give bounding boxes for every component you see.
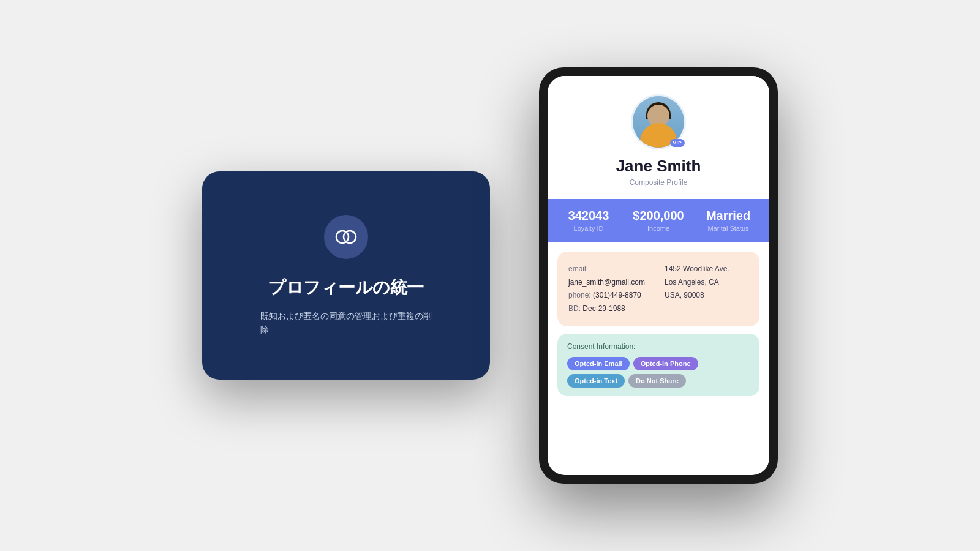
contact-right-col: 1452 Woodlike Ave. Los Angeles, CA USA, … [665, 263, 748, 315]
vip-badge: VIP [670, 139, 685, 147]
svg-point-1 [344, 231, 356, 243]
stats-bar: 342043 Loyalty ID $200,000 Income Marrie… [548, 199, 769, 242]
address3: USA, 90008 [665, 289, 748, 302]
consent-tag-email[interactable]: Opted-in Email [567, 357, 630, 370]
email-value: jane_smith@gmail.com [568, 278, 645, 287]
consent-title: Consent Information: [567, 342, 750, 351]
svg-point-0 [336, 231, 349, 243]
profile-subtitle: Composite Profile [630, 178, 688, 187]
consent-tag-do-not-share[interactable]: Do Not Share [628, 374, 686, 388]
phone-label: phone: [568, 291, 591, 299]
consent-tags: Opted-in Email Opted-in Phone Opted-in T… [567, 357, 750, 388]
stat-loyalty-value: 342043 [568, 209, 609, 223]
contact-info-section: email: jane_smith@gmail.com phone: (301)… [557, 252, 760, 326]
consent-tag-text[interactable]: Opted-in Text [567, 374, 625, 388]
avatar-container: VIP [631, 94, 686, 149]
bd-value: Dec-29-1988 [582, 304, 625, 313]
main-scene: プロフィールの統一 既知および匿名の同意の管理および重複の削除 VIP J [0, 0, 980, 551]
profile-name: Jane Smith [616, 157, 701, 176]
phone-value: (301)449-8870 [593, 291, 641, 299]
stat-income: $200,000 Income [624, 209, 693, 232]
icon-circle [324, 215, 368, 259]
right-device-inner: VIP Jane Smith Composite Profile 342043 … [548, 76, 769, 475]
stat-marital-status: Married Marital Status [693, 209, 763, 232]
address2: Los Angeles, CA [665, 276, 748, 290]
bd-row: BD: Dec-29-1988 [568, 302, 652, 316]
email-row: email: jane_smith@gmail.com [568, 263, 652, 289]
right-device: VIP Jane Smith Composite Profile 342043 … [539, 67, 778, 484]
stat-marital-value: Married [706, 209, 750, 223]
stat-loyalty-id: 342043 Loyalty ID [554, 209, 624, 232]
contact-left-col: email: jane_smith@gmail.com phone: (301)… [568, 263, 652, 315]
stat-income-label: Income [647, 225, 669, 232]
left-card-subtitle: 既知および匿名の同意の管理および重複の削除 [260, 309, 432, 337]
stat-loyalty-label: Loyalty ID [574, 225, 604, 232]
profile-header: VIP Jane Smith Composite Profile [548, 76, 769, 199]
stat-marital-label: Marital Status [707, 225, 748, 232]
left-device-card: プロフィールの統一 既知および匿名の同意の管理および重複の削除 [202, 171, 490, 380]
merge-icon [334, 225, 358, 249]
phone-row: phone: (301)449-8870 [568, 289, 652, 302]
contact-info-row: email: jane_smith@gmail.com phone: (301)… [568, 263, 748, 315]
consent-section: Consent Information: Opted-in Email Opte… [557, 334, 760, 396]
consent-tag-phone[interactable]: Opted-in Phone [633, 357, 698, 370]
address1: 1452 Woodlike Ave. [665, 263, 748, 276]
stat-income-value: $200,000 [633, 209, 684, 223]
left-card-title: プロフィールの統一 [268, 276, 424, 299]
bd-label: BD: [568, 304, 581, 313]
email-label: email: [568, 264, 588, 273]
